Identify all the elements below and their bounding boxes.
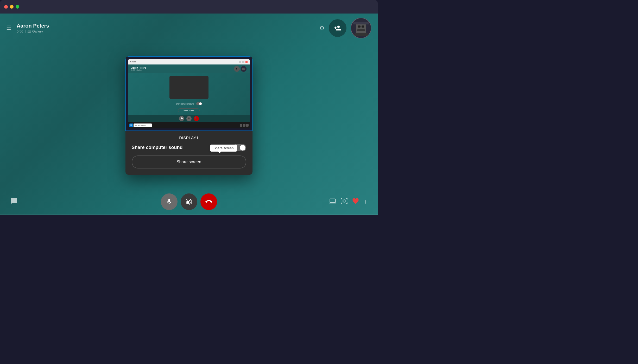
screen-share-button[interactable] — [329, 197, 336, 206]
mute-button[interactable] — [161, 193, 178, 210]
heart-button[interactable] — [352, 197, 359, 206]
more-options-button[interactable]: + — [363, 198, 367, 206]
mini-taskbar: ⊞ Type here to search — [128, 122, 250, 128]
share-screen-tooltip: Share screen — [210, 145, 237, 152]
mini-share-button[interactable]: Share screen — [178, 108, 200, 112]
avatar-robot-icon — [353, 20, 369, 36]
chat-icon — [10, 197, 18, 205]
mini-ctrl-end: 📞 — [194, 116, 199, 121]
mini-maximize — [242, 61, 244, 63]
mini-body: Share computer sound Share screen — [128, 73, 250, 115]
video-camera-off-icon — [186, 198, 192, 205]
mini-close — [245, 61, 248, 63]
close-button[interactable] — [4, 5, 8, 9]
svg-rect-6 — [353, 22, 369, 24]
mini-user-info: Aaron Peters 0:56 · Gallery — [131, 67, 146, 71]
mini-minimize — [239, 61, 241, 63]
svg-rect-8 — [242, 68, 245, 70]
mini-start-icon: ⊞ — [129, 124, 133, 127]
mini-taskbar-icon-3 — [246, 124, 249, 127]
user-info: Aaron Peters 0:56 | 🖼 Gallery — [17, 23, 49, 33]
avatar-image — [351, 18, 371, 38]
toolbar-center — [161, 193, 217, 210]
mini-header: Aaron Peters 0:56 · Gallery ● — [128, 64, 250, 73]
mini-ctrl-mic: 🎙 — [186, 116, 192, 121]
header-actions: ⚙ — [319, 18, 371, 38]
maximize-button[interactable] — [16, 5, 19, 9]
separator: | — [25, 29, 26, 33]
add-participant-button[interactable] — [329, 19, 346, 37]
svg-rect-1 — [356, 24, 366, 33]
avatar[interactable] — [351, 18, 371, 38]
mini-taskbar-icons — [240, 124, 249, 127]
toggle-knob — [240, 145, 245, 151]
mini-toggle-switch — [196, 102, 202, 105]
share-button-wrapper: Share screen Share screen — [125, 155, 252, 168]
mini-avatar-2 — [241, 66, 247, 72]
contact-name: Aaron Peters — [17, 23, 49, 29]
call-subtitle: 0:56 | 🖼 Gallery — [17, 29, 49, 33]
toolbar-left — [10, 197, 18, 206]
microphone-icon — [166, 198, 173, 205]
end-call-button[interactable] — [200, 193, 217, 210]
mini-robot-icon — [242, 67, 245, 71]
hamburger-menu-button[interactable]: ☰ — [6, 25, 11, 31]
app-container: ☰ Aaron Peters 0:56 | 🖼 Gallery ⚙ — [0, 14, 378, 215]
mini-avatars: ● — [234, 66, 247, 72]
gallery-label: Gallery — [32, 29, 43, 33]
mini-sound-label: Share computer sound — [176, 103, 194, 105]
call-duration: 0:56 — [17, 29, 23, 33]
person-add-icon — [334, 24, 341, 32]
display-label: DISPLAY1 — [125, 131, 252, 142]
chat-button[interactable] — [10, 197, 18, 206]
screen-share-icon — [329, 197, 336, 205]
mini-titlebar: Skype — [128, 59, 250, 64]
window-chrome — [0, 0, 378, 14]
mini-sound-toggle: Share computer sound — [176, 102, 202, 105]
mini-avatar-1: ● — [234, 66, 240, 72]
minimize-button[interactable] — [10, 5, 14, 9]
svg-rect-10 — [244, 68, 244, 69]
scrollbar-hint — [0, 214, 378, 215]
header: ☰ Aaron Peters 0:56 | 🖼 Gallery ⚙ — [0, 14, 378, 43]
mini-user-subtitle: 0:56 · Gallery — [131, 69, 146, 71]
mini-window: Skype Aaron Peters 0:56 · Gallery — [128, 59, 250, 128]
share-screen-dialog: Skype Aaron Peters 0:56 · Gallery — [125, 56, 252, 175]
svg-rect-5 — [355, 33, 368, 36]
end-call-icon — [205, 198, 212, 205]
mini-ctrl-chat: 💬 — [179, 116, 184, 121]
svg-rect-3 — [362, 25, 364, 28]
mini-titlebar-controls — [239, 61, 248, 63]
svg-rect-2 — [358, 25, 361, 28]
video-button[interactable] — [181, 193, 197, 210]
heart-icon — [352, 197, 359, 205]
svg-rect-9 — [243, 68, 243, 69]
mini-search-box: Type here to search — [134, 124, 152, 127]
share-screen-button[interactable]: Share screen — [132, 155, 246, 168]
settings-button[interactable]: ⚙ — [319, 25, 325, 31]
capture-button[interactable] — [340, 197, 348, 206]
screen-preview: Skype Aaron Peters 0:56 · Gallery — [125, 56, 252, 131]
traffic-lights — [4, 5, 19, 9]
mini-modal-box — [169, 76, 209, 99]
sound-label: Share computer sound — [132, 145, 183, 150]
gallery-icon-small: 🖼 — [27, 29, 31, 33]
mini-user-name: Aaron Peters — [131, 67, 146, 69]
bottom-toolbar: + — [0, 188, 378, 215]
mini-taskbar-icon-1 — [240, 124, 242, 127]
mini-controls: 💬 🎙 📞 — [128, 115, 250, 122]
toolbar-right: + — [329, 197, 367, 206]
mini-app-name: Skype — [130, 61, 136, 63]
svg-rect-4 — [357, 29, 365, 31]
mini-taskbar-icon-2 — [243, 124, 245, 127]
main-content: Skype Aaron Peters 0:56 · Gallery — [0, 43, 378, 188]
capture-icon — [340, 197, 348, 205]
